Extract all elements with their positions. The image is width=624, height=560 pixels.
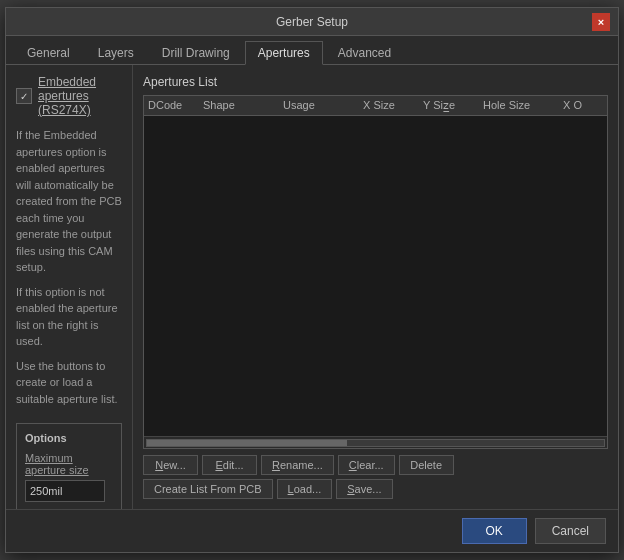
scrollbar[interactable] (144, 436, 607, 448)
main-content: ✓ Embedded apertures (RS274X) If the Emb… (6, 65, 618, 509)
right-panel: Apertures List DCode Shape Usage X Size … (133, 65, 618, 509)
desc1: If the Embedded apertures option is enab… (16, 127, 122, 276)
desc3: Use the buttons to create or load a suit… (16, 358, 122, 408)
cancel-button[interactable]: Cancel (535, 518, 606, 544)
desc2: If this option is not enabled the apertu… (16, 284, 122, 350)
col-xoff: X O (563, 99, 603, 112)
options-title: Options (25, 432, 113, 444)
options-group: Options Maximum aperture size ✓ Generate… (16, 423, 122, 509)
tab-bar: General Layers Drill Drawing Apertures A… (6, 36, 618, 65)
col-shape: Shape (203, 99, 283, 112)
col-xsize: X Size (363, 99, 423, 112)
embedded-label: Embedded apertures (RS274X) (38, 75, 122, 117)
col-dcode: DCode (148, 99, 203, 112)
delete-button[interactable]: Delete (399, 455, 454, 475)
bottom-bar: OK Cancel (6, 509, 618, 552)
ok-button[interactable]: OK (462, 518, 527, 544)
action-buttons-row1: New... Edit... Rename... Clear... Delete (143, 455, 608, 475)
dialog-title: Gerber Setup (32, 15, 592, 29)
col-holesize: Hole Size (483, 99, 563, 112)
create-list-button[interactable]: Create List From PCB (143, 479, 273, 499)
tab-general[interactable]: General (14, 41, 83, 65)
embedded-header: ✓ Embedded apertures (RS274X) (16, 75, 122, 117)
embedded-checkbox[interactable]: ✓ (16, 88, 32, 104)
apertures-list-title: Apertures List (143, 75, 608, 89)
col-usage: Usage (283, 99, 363, 112)
max-aperture-label: Maximum aperture size (25, 452, 113, 476)
close-button[interactable]: × (592, 13, 610, 31)
scrollbar-thumb[interactable] (147, 440, 347, 446)
rename-button[interactable]: Rename... (261, 455, 334, 475)
action-buttons-row2: Create List From PCB Load... Save... (143, 479, 608, 499)
new-button[interactable]: New... (143, 455, 198, 475)
tab-apertures[interactable]: Apertures (245, 41, 323, 65)
scrollbar-track[interactable] (146, 439, 605, 447)
save-button[interactable]: Save... (336, 479, 392, 499)
tab-advanced[interactable]: Advanced (325, 41, 404, 65)
load-button[interactable]: Load... (277, 479, 333, 499)
apertures-table: DCode Shape Usage X Size Y Siz̲e Hole Si… (143, 95, 608, 449)
title-bar: Gerber Setup × (6, 8, 618, 36)
table-header: DCode Shape Usage X Size Y Siz̲e Hole Si… (144, 96, 607, 116)
left-panel: ✓ Embedded apertures (RS274X) If the Emb… (6, 65, 133, 509)
max-aperture-input[interactable] (25, 480, 105, 502)
col-ysize: Y Siz̲e (423, 99, 483, 112)
table-body (144, 116, 607, 436)
dialog: Gerber Setup × General Layers Drill Draw… (5, 7, 619, 553)
tab-layers[interactable]: Layers (85, 41, 147, 65)
edit-button[interactable]: Edit... (202, 455, 257, 475)
tab-drill-drawing[interactable]: Drill Drawing (149, 41, 243, 65)
clear-button[interactable]: Clear... (338, 455, 395, 475)
